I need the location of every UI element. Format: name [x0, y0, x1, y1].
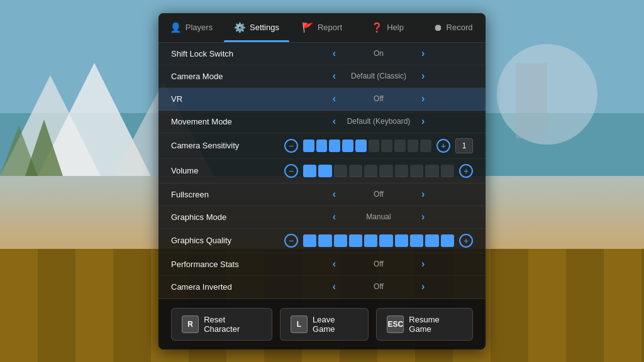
- tab-record[interactable]: ⏺Record: [420, 13, 486, 42]
- bar-7: [394, 140, 406, 152]
- setting-value-camera-mode: Default (Classic): [341, 72, 416, 80]
- setting-control-shift-lock: ‹ On ›: [284, 48, 473, 59]
- setting-label-camera-inverted: Camera Inverted: [171, 282, 284, 292]
- arrow-left-movement-mode[interactable]: ‹: [333, 116, 336, 127]
- arrow-left-camera-inverted[interactable]: ‹: [333, 281, 336, 292]
- setting-row-camera-mode: Camera Mode ‹ Default (Classic) ›: [158, 65, 486, 88]
- slider-plus-graphics-quality[interactable]: +: [459, 234, 473, 248]
- bar-0: [303, 234, 316, 247]
- arrow-right-shift-lock[interactable]: ›: [421, 48, 425, 59]
- bar-3: [349, 234, 362, 247]
- arrow-right-vr[interactable]: ›: [421, 93, 425, 104]
- setting-value-movement-mode: Default (Keyboard): [341, 117, 416, 126]
- record-tab-label: Record: [447, 23, 473, 32]
- key-badge-resume-game: ESC: [387, 315, 404, 333]
- bar-0: [303, 165, 316, 177]
- arrow-right-camera-mode[interactable]: ›: [421, 70, 425, 82]
- slider-minus-graphics-quality[interactable]: −: [284, 234, 298, 248]
- bar-3: [342, 140, 353, 152]
- setting-value-graphics-mode: Manual: [341, 212, 416, 221]
- setting-value-performance-stats: Off: [341, 260, 416, 268]
- bar-4: [364, 234, 377, 247]
- arrow-right-performance-stats[interactable]: ›: [421, 258, 425, 270]
- bar-1: [318, 234, 331, 247]
- bar-7: [410, 165, 423, 177]
- setting-value-shift-lock: On: [341, 49, 416, 58]
- arrow-left-shift-lock[interactable]: ‹: [333, 48, 336, 59]
- settings-list: Shift Lock Switch ‹ On › Camera Mode ‹ D…: [158, 43, 486, 299]
- bar-2: [334, 165, 347, 177]
- arrow-left-camera-mode[interactable]: ‹: [333, 70, 336, 82]
- slider-plus-camera-sensitivity[interactable]: +: [436, 139, 450, 153]
- setting-control-fullscreen: ‹ Off ›: [284, 189, 473, 200]
- slider-number-camera-sensitivity: 1: [455, 138, 473, 153]
- bar-6: [381, 140, 392, 152]
- action-btn-reset-character[interactable]: R Reset Character: [171, 308, 272, 341]
- setting-row-camera-sensitivity: Camera Sensitivity − + 1: [158, 133, 486, 159]
- bar-8: [408, 140, 419, 152]
- slider-track-graphics-quality[interactable]: [303, 234, 454, 247]
- bar-5: [379, 165, 392, 177]
- bar-8: [425, 165, 438, 177]
- action-label-reset-character: Reset Character: [204, 315, 262, 334]
- slider-minus-volume[interactable]: −: [284, 164, 298, 178]
- arrow-right-movement-mode[interactable]: ›: [421, 116, 425, 127]
- action-label-resume-game: Resume Game: [409, 315, 462, 334]
- slider-minus-camera-sensitivity[interactable]: −: [284, 139, 298, 153]
- setting-control-movement-mode: ‹ Default (Keyboard) ›: [284, 116, 473, 127]
- tab-players[interactable]: 👤Players: [158, 13, 224, 42]
- slider-track-camera-sensitivity[interactable]: [303, 140, 431, 152]
- setting-control-graphics-quality: − +: [284, 234, 473, 248]
- bar-4: [364, 165, 377, 177]
- key-badge-leave-game: L: [291, 315, 308, 333]
- bar-6: [395, 234, 408, 247]
- setting-control-camera-mode: ‹ Default (Classic) ›: [284, 70, 473, 82]
- setting-row-shift-lock: Shift Lock Switch ‹ On ›: [158, 43, 486, 65]
- arrow-left-vr[interactable]: ‹: [333, 93, 336, 104]
- modal-overlay: 👤Players⚙️Settings🚩Report❓Help⏺Record Sh…: [0, 0, 644, 362]
- slider-track-volume[interactable]: [303, 165, 454, 177]
- setting-row-camera-inverted: Camera Inverted ‹ Off ›: [158, 276, 486, 299]
- bar-9: [420, 140, 431, 152]
- setting-control-graphics-mode: ‹ Manual ›: [284, 211, 473, 222]
- setting-row-graphics-mode: Graphics Mode ‹ Manual ›: [158, 206, 486, 229]
- arrow-right-fullscreen[interactable]: ›: [421, 189, 425, 200]
- setting-label-fullscreen: Fullscreen: [171, 190, 284, 199]
- setting-row-performance-stats: Performance Stats ‹ Off ›: [158, 253, 486, 276]
- bar-7: [410, 234, 423, 247]
- setting-row-volume: Volume − +: [158, 159, 486, 184]
- setting-label-camera-sensitivity: Camera Sensitivity: [171, 141, 284, 150]
- action-btn-leave-game[interactable]: L Leave Game: [280, 308, 369, 341]
- arrow-right-camera-inverted[interactable]: ›: [421, 281, 425, 292]
- report-tab-label: Report: [318, 23, 342, 32]
- tab-help[interactable]: ❓Help: [355, 13, 420, 42]
- bar-2: [329, 140, 340, 152]
- help-tab-icon: ❓: [371, 22, 383, 33]
- bar-5: [379, 234, 392, 247]
- bottom-buttons: R Reset Character L Leave Game ESC Resum…: [158, 299, 486, 349]
- bar-1: [316, 140, 328, 152]
- tab-report[interactable]: 🚩Report: [289, 13, 355, 42]
- setting-row-movement-mode: Movement Mode ‹ Default (Keyboard) ›: [158, 111, 486, 133]
- setting-row-graphics-quality: Graphics Quality − +: [158, 229, 486, 253]
- key-badge-reset-character: R: [182, 315, 199, 333]
- slider-plus-volume[interactable]: +: [459, 164, 473, 178]
- bar-9: [441, 165, 454, 177]
- setting-row-fullscreen: Fullscreen ‹ Off ›: [158, 184, 486, 206]
- arrow-right-graphics-mode[interactable]: ›: [421, 211, 425, 222]
- arrow-left-graphics-mode[interactable]: ‹: [333, 211, 336, 222]
- settings-tab-icon: ⚙️: [234, 22, 246, 33]
- setting-value-fullscreen: Off: [341, 190, 416, 199]
- setting-label-graphics-mode: Graphics Mode: [171, 212, 284, 222]
- setting-control-performance-stats: ‹ Off ›: [284, 258, 473, 270]
- setting-label-vr: VR: [171, 94, 284, 104]
- setting-control-camera-sensitivity: − + 1: [284, 138, 473, 153]
- tab-settings[interactable]: ⚙️Settings: [224, 13, 289, 42]
- arrow-left-fullscreen[interactable]: ‹: [333, 189, 336, 200]
- action-btn-resume-game[interactable]: ESC Resume Game: [376, 308, 473, 341]
- arrow-left-performance-stats[interactable]: ‹: [333, 258, 336, 270]
- report-tab-icon: 🚩: [302, 22, 314, 33]
- setting-control-vr: ‹ Off ›: [284, 93, 473, 104]
- tab-bar: 👤Players⚙️Settings🚩Report❓Help⏺Record: [158, 13, 486, 43]
- setting-label-camera-mode: Camera Mode: [171, 72, 284, 81]
